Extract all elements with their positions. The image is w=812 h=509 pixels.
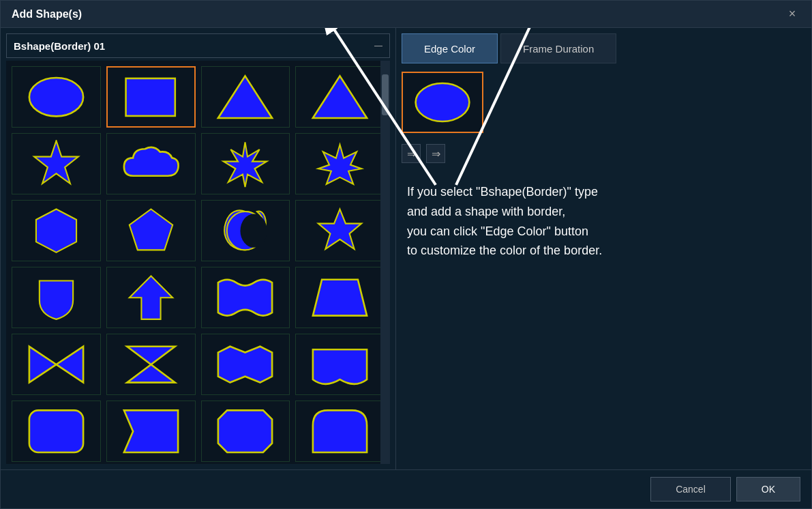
svg-marker-2: [218, 76, 272, 118]
svg-marker-14: [124, 410, 178, 452]
add-button[interactable]: ⇒: [402, 144, 421, 163]
svg-marker-4: [34, 141, 78, 184]
shape-cell-hourglass[interactable]: [106, 334, 196, 395]
annotation-area: If you select "Bshape(Border)" type and …: [402, 171, 806, 464]
ok-button[interactable]: OK: [736, 477, 800, 501]
minimize-icon[interactable]: —: [374, 41, 382, 50]
shape-cell-shield[interactable]: [12, 267, 101, 328]
close-button[interactable]: ×: [784, 6, 800, 23]
shape-cell-bowtie[interactable]: [12, 334, 101, 395]
shape-cell-cloud[interactable]: [106, 133, 196, 194]
shape-cell-wave[interactable]: [201, 267, 290, 328]
svg-point-8: [241, 214, 267, 247]
shape-cell-trapezoid[interactable]: [295, 267, 385, 328]
right-panel: Edge Color Frame Duration ⇒ ⇒: [396, 28, 811, 469]
transfer-buttons: ⇒ ⇒: [402, 144, 806, 163]
tab-frame-duration[interactable]: Frame Duration: [500, 33, 616, 63]
shape-cell-burst[interactable]: [201, 133, 290, 194]
shape-cell-oval[interactable]: [12, 66, 101, 128]
shape-title: Bshape(Border) 01: [14, 40, 105, 52]
shape-cell-banner[interactable]: [295, 334, 385, 395]
shape-cell-arrow-head[interactable]: [106, 267, 196, 328]
annotation-text: If you select "Bshape(Border)" type and …: [402, 182, 806, 261]
shape-cell-tab[interactable]: [295, 401, 385, 462]
content-area: Bshape(Border) 01 —: [1, 28, 811, 469]
title-bar: Add Shape(s) ×: [1, 1, 811, 28]
svg-point-0: [29, 78, 83, 116]
add-shapes-dialog: Add Shape(s) × Bshape(Border) 01 —: [0, 0, 812, 509]
shape-cell-triangle-right[interactable]: [201, 66, 290, 128]
shape-cell-rectangle[interactable]: [106, 66, 196, 128]
svg-marker-3: [313, 76, 367, 118]
svg-marker-15: [218, 410, 272, 452]
scrollbar-thumb[interactable]: [382, 74, 389, 115]
svg-marker-12: [127, 347, 175, 383]
bottom-bar: Cancel OK: [1, 469, 811, 508]
tab-edge-color[interactable]: Edge Color: [402, 33, 498, 63]
cancel-button[interactable]: Cancel: [650, 477, 731, 501]
shape-cell-star6[interactable]: [295, 200, 385, 261]
svg-marker-5: [36, 209, 76, 252]
svg-rect-13: [29, 410, 83, 452]
dialog-title: Add Shape(s): [12, 8, 82, 20]
svg-rect-1: [126, 78, 175, 115]
shape-title-bar: Bshape(Border) 01 —: [6, 33, 390, 58]
shape-cell-crescent[interactable]: [201, 200, 290, 261]
shape-cell-triangle-up[interactable]: [295, 66, 385, 128]
svg-marker-9: [318, 209, 361, 248]
shape-cell-notched[interactable]: [106, 401, 196, 462]
selected-shape-preview: [402, 72, 483, 133]
add-all-button[interactable]: ⇒: [426, 144, 445, 163]
shape-cell-pentagon[interactable]: [106, 200, 196, 261]
scrollbar[interactable]: [380, 61, 390, 464]
shape-cell-rounded-square[interactable]: [12, 401, 101, 462]
svg-marker-10: [129, 276, 172, 319]
tab-bar: Edge Color Frame Duration: [402, 33, 806, 63]
shape-cell-hexagon[interactable]: [12, 200, 101, 261]
shape-cell-cutcorner[interactable]: [201, 401, 290, 462]
shapes-grid: [6, 61, 390, 464]
svg-marker-11: [313, 280, 367, 316]
left-panel: Bshape(Border) 01 —: [1, 28, 396, 469]
shapes-grid-wrapper: [6, 61, 390, 464]
shape-cell-ribbon[interactable]: [201, 334, 290, 395]
shape-cell-star-spiky[interactable]: [12, 133, 101, 194]
svg-marker-6: [129, 209, 172, 250]
preview-shape-svg: [408, 78, 477, 126]
shape-cell-arrow-star[interactable]: [295, 133, 385, 194]
svg-point-16: [416, 83, 470, 121]
